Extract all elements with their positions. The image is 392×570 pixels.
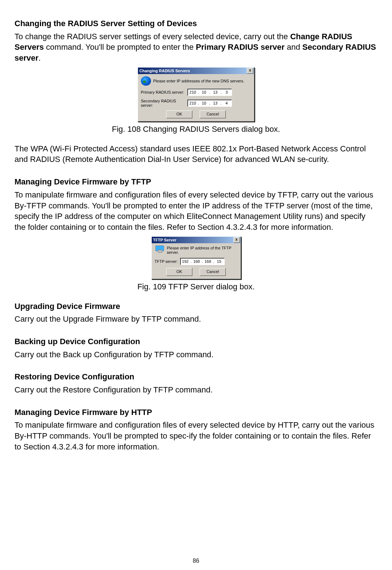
heading-manage-tftp: Managing Device Firmware by TFTP xyxy=(15,176,377,187)
ip-octet[interactable]: 168 xyxy=(192,259,201,264)
cancel-button[interactable]: Cancel xyxy=(200,110,226,118)
cancel-button[interactable]: Cancel xyxy=(200,268,226,276)
ip-dot: . xyxy=(212,259,215,264)
figure-109-caption: Fig. 109 TFTP Server dialog box. xyxy=(137,282,254,292)
primary-radius-ip-input[interactable]: 210 . 10 . 13 . 3 xyxy=(187,89,232,96)
dialog-prompt: Please enter IP addresses of the new DNS… xyxy=(153,79,244,83)
heading-upgrade: Upgrading Device Firmware xyxy=(15,301,377,312)
dialog-titlebar: Changing RADIUS Servers x xyxy=(138,68,254,74)
dialog-title: Changing RADIUS Servers xyxy=(139,69,190,73)
ip-dot: . xyxy=(220,101,222,105)
ip-octet[interactable]: 210 xyxy=(188,90,197,94)
ip-dot: . xyxy=(220,90,222,94)
secondary-radius-label: Secondary RADIUS server: xyxy=(141,99,187,107)
ip-octet[interactable]: 210 xyxy=(188,101,197,105)
paragraph-manage-http: To manipulate firmware and configuration… xyxy=(15,420,377,452)
ip-dot: . xyxy=(208,101,211,105)
text: and xyxy=(285,42,302,52)
dialog-title: TFTP Server xyxy=(153,238,177,242)
text: To change the RADIUS server settings of … xyxy=(15,32,290,41)
heading-backup: Backing up Device Configuration xyxy=(15,336,377,347)
ok-button[interactable]: OK xyxy=(166,268,192,276)
ip-dot: . xyxy=(197,90,200,94)
ip-octet[interactable]: 13 xyxy=(211,90,220,94)
dialog-body: Please enter IP addresses of the new DNS… xyxy=(138,74,254,121)
ip-octet[interactable]: 15 xyxy=(215,259,224,264)
radius-dialog: Changing RADIUS Servers x Please enter I… xyxy=(138,67,254,122)
tftp-server-ip-input[interactable]: 192 . 168 . 168 . 15 xyxy=(180,258,225,265)
paragraph-change-radius: To change the RADIUS server settings of … xyxy=(15,31,377,64)
page-number: 86 xyxy=(0,558,392,564)
primary-radius-label: Primary RADIUS server: xyxy=(141,90,187,94)
text: command. You'll be prompted to enter the xyxy=(44,42,196,52)
dialog-prompt: Please enter IP address of the TFTP serv… xyxy=(167,246,238,255)
paragraph-upgrade: Carry out the Upgrade Firmware by TFTP c… xyxy=(15,314,377,325)
close-icon[interactable]: x xyxy=(233,237,240,243)
ip-dot: . xyxy=(208,90,211,94)
tftp-server-label: TFTP server: xyxy=(155,259,180,264)
server-icon xyxy=(155,245,165,255)
paragraph-restore: Carry out the Restore Configuration by T… xyxy=(15,384,377,395)
dialog-body: Please enter IP address of the TFTP serv… xyxy=(152,243,241,279)
paragraph-manage-tftp: To manipulate firmware and configuration… xyxy=(15,190,377,233)
ip-dot: . xyxy=(197,101,200,105)
text: . xyxy=(38,53,41,62)
ip-octet[interactable]: 3 xyxy=(222,90,231,94)
globe-icon xyxy=(141,76,151,86)
secondary-radius-ip-input[interactable]: 210 . 10 . 13 . 4 xyxy=(187,99,232,107)
text-bold: Primary RADIUS server xyxy=(196,42,285,52)
ip-octet[interactable]: 168 xyxy=(204,259,212,264)
paragraph-wpa: The WPA (Wi-Fi Protected Access) standar… xyxy=(15,143,377,165)
ip-octet[interactable]: 4 xyxy=(222,101,231,105)
document-page: Changing the RADIUS Server Setting of De… xyxy=(0,0,392,570)
figure-109: TFTP Server x Please enter IP address of… xyxy=(15,236,377,292)
heading-restore: Restoring Device Configuration xyxy=(15,371,377,382)
ip-octet[interactable]: 13 xyxy=(211,101,220,105)
ip-octet[interactable]: 10 xyxy=(200,90,208,94)
ip-dot: . xyxy=(190,259,192,264)
heading-change-radius: Changing the RADIUS Server Setting of De… xyxy=(15,18,377,29)
ip-dot: . xyxy=(201,259,204,264)
tftp-dialog: TFTP Server x Please enter IP address of… xyxy=(151,236,241,279)
figure-108: Changing RADIUS Servers x Please enter I… xyxy=(15,67,377,134)
figure-108-caption: Fig. 108 Changing RADIUS Servers dialog … xyxy=(112,125,280,134)
close-icon[interactable]: x xyxy=(247,68,253,74)
paragraph-backup: Carry out the Back up Configuration by T… xyxy=(15,349,377,360)
ip-octet[interactable]: 192 xyxy=(181,259,190,264)
ok-button[interactable]: OK xyxy=(166,110,192,118)
heading-manage-http: Managing Device Firmware by HTTP xyxy=(15,407,377,418)
dialog-titlebar: TFTP Server x xyxy=(152,237,241,243)
ip-octet[interactable]: 10 xyxy=(200,101,208,105)
